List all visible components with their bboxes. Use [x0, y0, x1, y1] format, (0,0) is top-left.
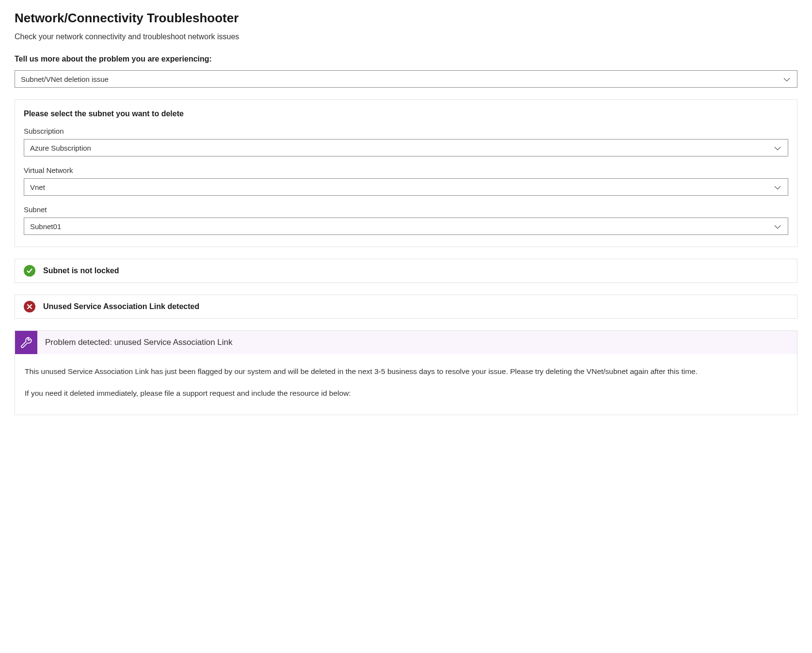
subscription-value: Azure Subscription [30, 144, 91, 152]
page-subtitle: Check your network connectivity and trou… [15, 32, 797, 41]
error-x-icon [24, 301, 35, 312]
status-sal-detected: Unused Service Association Link detected [15, 295, 797, 319]
status-sal-text: Unused Service Association Link detected [43, 302, 199, 311]
problem-title: Problem detected: unused Service Associa… [37, 331, 240, 354]
subnet-dropdown[interactable]: Subnet01 [24, 218, 788, 235]
panel-heading: Please select the subnet you want to del… [24, 109, 788, 118]
subnet-selection-panel: Please select the subnet you want to del… [15, 99, 797, 247]
success-check-icon [24, 265, 35, 277]
subnet-label: Subnet [24, 205, 788, 214]
virtual-network-dropdown[interactable]: Vnet [24, 178, 788, 196]
status-subnet-lock-text: Subnet is not locked [43, 266, 119, 275]
problem-prompt-label: Tell us more about the problem you are e… [15, 55, 797, 63]
problem-header: Problem detected: unused Service Associa… [15, 331, 797, 354]
subscription-label: Subscription [24, 127, 788, 135]
chevron-down-icon [774, 183, 781, 191]
problem-type-dropdown[interactable]: Subnet/VNet deletion issue [15, 70, 797, 88]
status-subnet-lock: Subnet is not locked [15, 259, 797, 283]
chevron-down-icon [774, 144, 781, 152]
chevron-down-icon [774, 222, 781, 231]
subnet-field-group: Subnet Subnet01 [24, 205, 788, 235]
virtual-network-field-group: Virtual Network Vnet [24, 166, 788, 196]
virtual-network-label: Virtual Network [24, 166, 788, 174]
problem-paragraph-1: This unused Service Association Link has… [25, 366, 787, 377]
page-title: Network/Connectivity Troubleshooter [15, 11, 797, 26]
problem-paragraph-2: If you need it deleted immediately, plea… [25, 388, 787, 399]
subscription-dropdown[interactable]: Azure Subscription [24, 139, 788, 156]
subnet-value: Subnet01 [30, 222, 61, 231]
problem-body: This unused Service Association Link has… [15, 354, 797, 415]
problem-detail-panel: Problem detected: unused Service Associa… [15, 330, 797, 415]
problem-type-value: Subnet/VNet deletion issue [21, 75, 109, 83]
wrench-icon [15, 331, 37, 354]
chevron-down-icon [783, 75, 790, 83]
virtual-network-value: Vnet [30, 183, 45, 191]
subscription-field-group: Subscription Azure Subscription [24, 127, 788, 156]
